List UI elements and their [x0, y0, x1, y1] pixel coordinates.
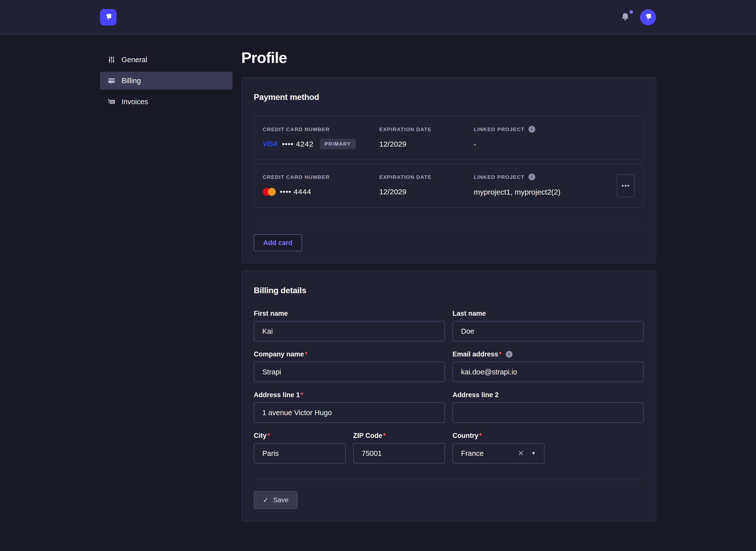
invoice-icon: $ [107, 98, 115, 106]
payment-method-panel: Payment method CREDIT CARD NUMBER VISA •… [241, 77, 656, 264]
page-body: General Billing [0, 35, 756, 542]
card-linked-cell: LINKED PROJECT i myproject1, myproject2(… [474, 173, 616, 198]
notifications-button[interactable] [621, 12, 630, 22]
user-avatar[interactable] [640, 9, 656, 25]
sliders-icon [107, 56, 115, 64]
check-icon: ✓ [263, 496, 268, 504]
address-line2-field-group: Address line 2 [453, 391, 644, 423]
zip-code-field-group: ZIP Code* [353, 432, 445, 464]
info-icon[interactable]: i [506, 351, 512, 358]
required-asterisk: * [301, 391, 303, 399]
strapi-logo[interactable] [100, 9, 116, 25]
chevron-down-icon[interactable]: ▼ [531, 451, 536, 456]
required-asterisk: * [305, 351, 307, 358]
city-field-group: City* [254, 432, 346, 464]
last-name-field-group: Last name [453, 310, 644, 342]
sidebar-item-label: Invoices [121, 98, 148, 106]
sidebar-item-billing[interactable]: Billing [100, 72, 233, 90]
billing-details-panel: Billing details First name Last name Com… [241, 270, 656, 522]
country-select[interactable]: France ✕ ▼ [453, 443, 544, 464]
sidebar-item-invoices[interactable]: $ Invoices [100, 93, 233, 111]
country-label: Country* [453, 432, 544, 440]
email-address-field-group: Email address* i [453, 351, 644, 382]
address-line1-field-group: Address line 1* [254, 391, 445, 423]
linked-project-label: LINKED PROJECT [474, 174, 524, 180]
expiration-value: 12/2029 [379, 186, 474, 197]
city-input[interactable] [254, 443, 346, 464]
linked-project-label: LINKED PROJECT [474, 126, 524, 132]
masked-card-number: •••• 4444 [280, 187, 311, 196]
required-asterisk: * [267, 432, 270, 440]
zip-code-label: ZIP Code* [353, 432, 445, 440]
expiration-label: EXPIRATION DATE [379, 174, 474, 180]
visa-icon: VISA [263, 140, 277, 148]
top-header [0, 0, 756, 35]
zip-code-input[interactable] [353, 443, 445, 464]
card-menu-button[interactable]: ••• [617, 174, 635, 197]
company-name-label: Company name* [254, 351, 445, 358]
last-name-label: Last name [453, 310, 644, 318]
credit-card-icon [107, 77, 115, 85]
country-field-group: Country* France ✕ ▼ [453, 432, 544, 464]
required-asterisk: * [499, 351, 502, 358]
linked-project-value: - [474, 139, 616, 150]
svg-text:$: $ [108, 98, 109, 101]
email-address-input[interactable] [453, 362, 644, 382]
card-list: CREDIT CARD NUMBER VISA •••• 4242 PRIMAR… [254, 116, 644, 208]
card-number-cell: CREDIT CARD NUMBER VISA •••• 4242 PRIMAR… [263, 126, 379, 150]
address-line1-input[interactable] [254, 402, 445, 423]
card-exp-cell: EXPIRATION DATE 12/2029 [379, 174, 474, 197]
card-exp-cell: EXPIRATION DATE 12/2029 [379, 126, 474, 150]
required-asterisk: * [383, 432, 386, 440]
header-actions [621, 9, 656, 25]
avatar-strapi-icon [643, 12, 653, 22]
card-row-visa: CREDIT CARD NUMBER VISA •••• 4242 PRIMAR… [254, 116, 644, 160]
ellipsis-icon: ••• [621, 182, 630, 189]
company-name-input[interactable] [254, 362, 445, 382]
main-content: Profile Payment method CREDIT CARD NUMBE… [241, 51, 656, 542]
required-asterisk: * [479, 432, 482, 440]
billing-form: First name Last name Company name* [254, 310, 644, 464]
city-zip-country-row: City* ZIP Code* Country* [254, 432, 644, 464]
first-name-field-group: First name [254, 310, 445, 342]
expiration-value: 12/2029 [379, 138, 474, 150]
country-value: France [461, 449, 484, 458]
card-number-label: CREDIT CARD NUMBER [263, 174, 379, 180]
panel-divider [254, 224, 644, 224]
sidebar-item-general[interactable]: General [100, 51, 233, 69]
first-name-label: First name [254, 310, 445, 318]
address-line1-label: Address line 1* [254, 391, 445, 399]
panel-divider [254, 480, 644, 480]
strapi-logo-icon [103, 12, 113, 22]
card-row-mastercard: CREDIT CARD NUMBER •••• 4444 EXPIRATION … [254, 164, 644, 208]
settings-sidebar: General Billing [100, 51, 233, 114]
card-linked-cell: LINKED PROJECT i - [474, 126, 616, 150]
expiration-label: EXPIRATION DATE [379, 126, 474, 132]
row-spacer [552, 432, 644, 464]
save-button[interactable]: ✓ Save [254, 491, 297, 509]
email-address-label: Email address* i [453, 351, 644, 358]
linked-project-value: myproject1, myproject2(2) [474, 186, 616, 198]
card-number-label: CREDIT CARD NUMBER [263, 126, 379, 132]
page-title: Profile [241, 49, 656, 66]
mastercard-icon [263, 188, 276, 196]
app-root: General Billing [0, 0, 756, 551]
info-icon[interactable]: i [528, 126, 535, 133]
primary-badge: PRIMARY [320, 139, 355, 149]
add-card-button[interactable]: Add card [254, 234, 302, 251]
bell-icon [621, 12, 629, 22]
first-name-input[interactable] [254, 321, 445, 342]
clear-icon[interactable]: ✕ [518, 450, 524, 457]
sidebar-item-label: General [121, 56, 147, 64]
city-label: City* [254, 432, 346, 440]
address-line2-input[interactable] [453, 402, 644, 423]
info-icon[interactable]: i [528, 173, 535, 180]
billing-details-title: Billing details [254, 286, 644, 295]
last-name-input[interactable] [453, 321, 644, 342]
payment-method-title: Payment method [254, 92, 644, 102]
address-line2-label: Address line 2 [453, 391, 644, 399]
notification-dot [629, 10, 633, 14]
masked-card-number: •••• 4242 [282, 140, 313, 148]
card-number-cell: CREDIT CARD NUMBER •••• 4444 [263, 174, 379, 197]
save-button-label: Save [273, 496, 288, 504]
